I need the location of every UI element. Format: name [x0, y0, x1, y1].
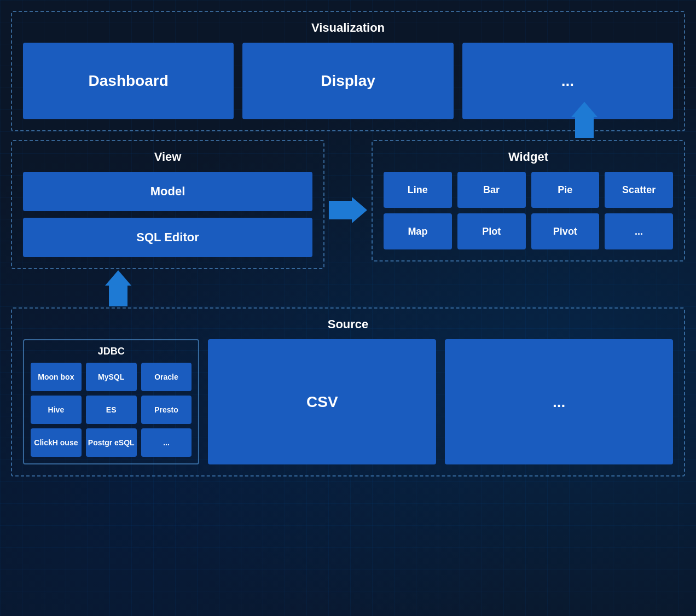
- view-card-model[interactable]: Model: [23, 172, 312, 211]
- source-content: JDBC Moon box MySQL Oracle Hive: [23, 339, 673, 464]
- view-cards: Model SQL Editor: [23, 172, 312, 257]
- viz-card-display[interactable]: Display: [242, 43, 453, 119]
- jdbc-moonbox[interactable]: Moon box: [31, 363, 82, 391]
- arrow-up-viz-widget: [571, 102, 598, 138]
- widget-grid: Line Bar Pie Scatter Map Plot Pi: [384, 172, 673, 249]
- view-card-sql-editor[interactable]: SQL Editor: [23, 218, 312, 257]
- jdbc-hive[interactable]: Hive: [31, 396, 82, 424]
- source-section: Source JDBC Moon box MySQL Oracle Hive: [11, 307, 685, 476]
- widget-card-more[interactable]: ...: [605, 213, 673, 249]
- jdbc-presto[interactable]: Presto: [141, 396, 192, 424]
- arrow-right-view-widget: [329, 197, 367, 223]
- source-title: Source: [23, 317, 673, 332]
- source-card-csv[interactable]: CSV: [208, 339, 436, 464]
- arrow-up-source-view: [105, 270, 131, 306]
- viz-card-dashboard[interactable]: Dashboard: [23, 43, 234, 119]
- widget-card-map[interactable]: Map: [384, 213, 452, 249]
- widget-title: Widget: [384, 150, 673, 164]
- widget-card-bar[interactable]: Bar: [457, 172, 526, 208]
- main-container: Visualization Dashboard Display ... View: [0, 0, 696, 616]
- jdbc-clickhouse[interactable]: ClickH ouse: [31, 428, 82, 457]
- jdbc-grid: Moon box MySQL Oracle Hive ES: [31, 363, 192, 457]
- widget-card-pie[interactable]: Pie: [531, 172, 600, 208]
- widget-card-scatter[interactable]: Scatter: [605, 172, 673, 208]
- jdbc-oracle[interactable]: Oracle: [141, 363, 192, 391]
- jdbc-section: JDBC Moon box MySQL Oracle Hive: [23, 339, 199, 464]
- jdbc-title: JDBC: [31, 346, 192, 357]
- widget-section: Widget Line Bar Pie Scatter Map Pl: [372, 140, 685, 261]
- visualization-title: Visualization: [23, 21, 673, 35]
- view-title: View: [23, 150, 312, 164]
- middle-row: View Model SQL Editor Widget Line: [11, 140, 685, 269]
- jdbc-postgresql[interactable]: Postgr eSQL: [86, 428, 137, 457]
- viz-card-more[interactable]: ...: [462, 43, 673, 119]
- widget-card-pivot[interactable]: Pivot: [531, 213, 600, 249]
- jdbc-mysql[interactable]: MySQL: [86, 363, 137, 391]
- jdbc-more[interactable]: ...: [141, 428, 192, 457]
- source-card-more[interactable]: ...: [445, 339, 673, 464]
- widget-card-line[interactable]: Line: [384, 172, 452, 208]
- widget-card-plot[interactable]: Plot: [457, 213, 526, 249]
- jdbc-es[interactable]: ES: [86, 396, 137, 424]
- view-section: View Model SQL Editor: [11, 140, 324, 269]
